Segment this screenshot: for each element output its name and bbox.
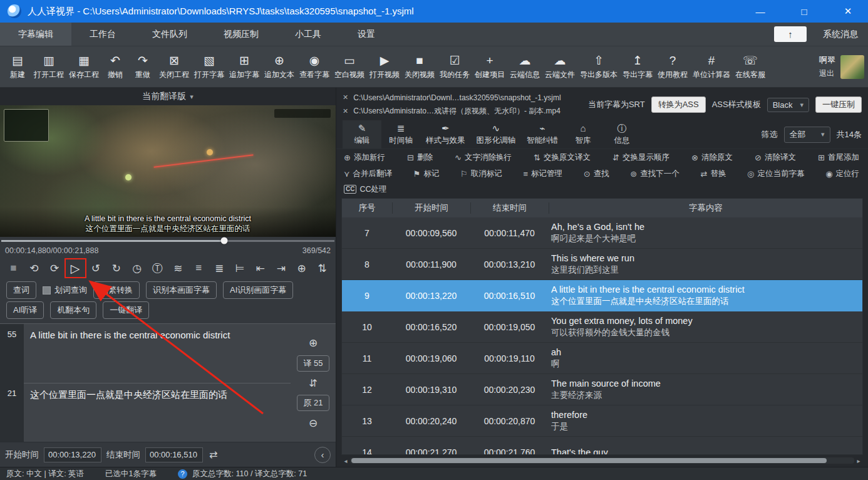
menu-tab-mini-tools[interactable]: 小工具	[277, 23, 339, 46]
zoom-in-button[interactable]: ⊕	[309, 337, 318, 350]
progress-bar[interactable]	[0, 237, 336, 244]
ai-ocr-frame-button[interactable]: AI识别画面字幕	[223, 281, 293, 299]
tab-edit[interactable]: ✎编辑	[343, 120, 381, 149]
toolbar-save-project-button[interactable]: ▦保存工程	[66, 48, 101, 86]
select-to-lookup-checkbox[interactable]: 划词查询	[43, 284, 87, 296]
collapse-panel-button[interactable]: ‹	[314, 447, 331, 463]
table-row[interactable]: 1400:00:21,27000:00:21,760That's the guy	[342, 437, 862, 454]
toolbar-my-tasks-button[interactable]: ☑我的任务	[437, 48, 472, 86]
tab-knowledge-base[interactable]: ⌂智库	[564, 120, 602, 149]
close-file-icon[interactable]: ✕	[343, 93, 348, 102]
toolbar-create-project-button[interactable]: +创建项目	[472, 48, 507, 86]
clear-target-button[interactable]: ⊘清除译文	[755, 152, 796, 163]
mark-button[interactable]: ⚑标记	[413, 169, 440, 179]
video-player[interactable]: A little bit in there is the central eco…	[0, 105, 336, 237]
wave-settings-button[interactable]: ≋	[168, 259, 189, 278]
tab-timeline[interactable]: ≣时间轴	[381, 120, 420, 149]
replay-button[interactable]: ⟳	[44, 259, 65, 278]
toolbar-cloud-files-button[interactable]: ☁云端文件	[542, 48, 577, 86]
tab-smart-correct[interactable]: ⌁智能纠错	[521, 120, 564, 149]
toolbar-close-project-button[interactable]: ⊠关闭工程	[157, 48, 192, 86]
toolbar-new-project-button[interactable]: ▤新建	[4, 48, 31, 86]
seek-back-button[interactable]: ↺	[86, 259, 106, 278]
clear-source-button[interactable]: ⊗清除原文	[691, 152, 733, 163]
open-file-row[interactable]: ✕ C:\Users\Administrator\Downl…task32059…	[343, 93, 582, 102]
add-row-button[interactable]: ⊕添加新行	[344, 152, 385, 163]
end-time-input[interactable]	[145, 447, 203, 462]
toolbar-close-video-button[interactable]: ■关闭视频	[402, 48, 437, 86]
menu-tab-video-encode[interactable]: 视频压制	[205, 23, 277, 46]
scroll-right-icon[interactable]: ▸	[854, 457, 863, 464]
translate-row-button[interactable]: 译 55	[297, 355, 329, 372]
table-row[interactable]: 1000:00:16,52000:00:19,050You get extra …	[342, 311, 862, 343]
play-button[interactable]: ▷	[65, 259, 86, 278]
ocr-current-frame-button[interactable]: 识别本画面字幕	[146, 281, 217, 299]
toolbar-cloud-info-button[interactable]: ☁云端信息	[507, 48, 542, 86]
toolbar-append-text-button[interactable]: ⊕追加文本	[262, 48, 297, 86]
tab-graphic-timing[interactable]: ∿图形化调轴	[471, 120, 522, 149]
user-avatar[interactable]	[840, 55, 864, 79]
upload-button[interactable]: ↑	[774, 26, 807, 42]
logout-button[interactable]: 退出	[819, 68, 834, 79]
zoom-out-button[interactable]: ⊖	[309, 417, 318, 430]
swap-source-target-button[interactable]: ⇅交换原文译文	[534, 152, 591, 163]
find-button[interactable]: ⊙查找	[584, 169, 609, 179]
seek-forward-button[interactable]: ↻	[106, 259, 127, 278]
toolbar-view-subtitle-button[interactable]: ◉查看字幕	[297, 48, 332, 86]
table-row[interactable]: 1100:00:19,06000:00:19,110ah啊	[342, 343, 862, 374]
original-row-button[interactable]: 原 21	[297, 395, 329, 411]
mark-manager-button[interactable]: ≡标记管理	[523, 169, 562, 179]
filter-dropdown[interactable]: 全部 ▾	[784, 127, 830, 143]
menu-tab-settings[interactable]: 设置	[339, 23, 393, 46]
toolbar-open-project-button[interactable]: ▥打开工程	[31, 48, 66, 86]
lookup-word-button[interactable]: 查词	[6, 281, 36, 299]
version-dropdown[interactable]: 当前翻译版 ▾	[0, 88, 336, 105]
swap-display-order-button[interactable]: ⇵交换显示顺序	[612, 152, 669, 163]
menu-tab-workbench[interactable]: 工作台	[71, 23, 134, 46]
maximize-button[interactable]: □	[792, 6, 817, 17]
simplified-traditional-button[interactable]: 简繁转换	[93, 281, 140, 299]
target-text-area[interactable]: 这个位置里面一点就是中央经济区站在里面的话	[24, 383, 291, 442]
cc-process-button[interactable]: CC CC处理	[336, 182, 868, 197]
language-globe-button[interactable]: ⊕	[291, 259, 312, 278]
close-file-icon[interactable]: ✕	[343, 107, 348, 115]
help-icon[interactable]: ?	[178, 469, 187, 479]
toolbar-redo-button[interactable]: ↷重做	[129, 48, 157, 86]
swap-lines-button[interactable]: ⇵	[309, 377, 317, 389]
table-row[interactable]: 700:00:09,56000:00:11,470Ah, he's a God,…	[342, 217, 862, 249]
translate-all-button[interactable]: 一键翻译	[103, 301, 149, 319]
toolbar-online-service-button[interactable]: ☏在线客服	[733, 48, 768, 86]
timer-button[interactable]: ◷	[127, 259, 147, 278]
one-click-encode-button[interactable]: 一键压制	[815, 97, 862, 113]
toolbar-tutorial-button[interactable]: ?使用教程	[655, 48, 690, 86]
vertical-adjust-button[interactable]: ⇅	[312, 259, 333, 278]
find-next-button[interactable]: ⊚查找下一个	[630, 169, 679, 179]
locate-current-subtitle-button[interactable]: ◎定位当前字幕	[747, 169, 804, 179]
delete-row-button[interactable]: ⊟删除	[407, 152, 433, 163]
toolbar-append-subtitle-button[interactable]: ⊞追加字幕	[227, 48, 262, 86]
menu-tab-file-queue[interactable]: 文件队列	[134, 23, 205, 46]
ai-transcribe-button[interactable]: AI听译	[6, 301, 44, 319]
table-row[interactable]: 1200:00:19,31000:00:20,230The main sourc…	[342, 374, 862, 405]
horizontal-scrollbar[interactable]: ◂ ▸	[341, 456, 863, 465]
toolbar-open-subtitle-button[interactable]: ▧打开字幕	[192, 48, 227, 86]
align-left-button[interactable]: ⊨	[230, 259, 251, 278]
locate-line-button[interactable]: ◉定位行	[825, 169, 859, 179]
toolbar-open-video-button[interactable]: ▶打开视频	[367, 48, 402, 86]
convert-to-ass-button[interactable]: 转换为ASS	[651, 97, 706, 113]
system-message-link[interactable]: 系统消息	[823, 29, 858, 40]
align-top-button[interactable]: ≡	[189, 259, 209, 278]
loop-play-button[interactable]: ⟲	[24, 259, 44, 278]
swap-time-button[interactable]: ⇄	[209, 449, 217, 461]
toolbar-undo-button[interactable]: ↶撤销	[101, 48, 129, 86]
ass-template-dropdown[interactable]: Black ▾	[767, 98, 809, 112]
jump-start-button[interactable]: ⇤	[251, 259, 271, 278]
replace-button[interactable]: ⇄替换	[700, 169, 726, 179]
table-row[interactable]: 900:00:13,22000:00:16,510A little bit in…	[342, 280, 862, 311]
text-mode-button[interactable]: Ⓣ	[147, 259, 168, 278]
open-file-row[interactable]: ✕ C:\Users\Administrato…戏讲得（原视频、无水印）- 副本…	[343, 106, 582, 117]
tab-style-effects[interactable]: ✒样式与效果	[420, 120, 471, 149]
progress-track[interactable]	[1, 240, 334, 242]
unmark-button[interactable]: ⚐取消标记	[460, 169, 502, 179]
minimize-button[interactable]: —	[748, 6, 773, 17]
